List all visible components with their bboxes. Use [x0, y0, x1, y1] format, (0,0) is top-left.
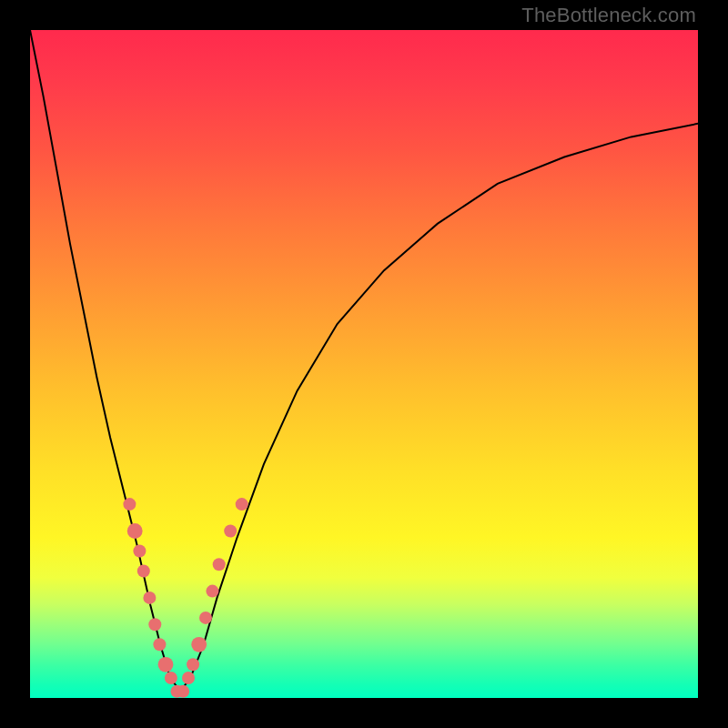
curve-marker: [133, 545, 146, 558]
curve-marker: [191, 637, 207, 652]
curve-svg: [30, 30, 698, 698]
curve-marker: [236, 498, 248, 511]
curve-marker: [199, 612, 212, 624]
curve-markers: [123, 498, 248, 698]
bottleneck-curve: [30, 30, 698, 692]
curve-marker: [182, 672, 195, 684]
curve-marker: [224, 525, 237, 538]
curve-marker: [123, 498, 136, 511]
curve-marker: [213, 558, 226, 571]
curve-marker: [148, 618, 161, 631]
curve-marker: [153, 638, 166, 651]
curve-marker: [165, 672, 177, 684]
curve-marker: [187, 658, 199, 671]
curve-marker: [137, 565, 150, 578]
plot-area: [30, 30, 698, 698]
curve-marker: [127, 523, 143, 539]
curve-marker: [177, 685, 189, 698]
curve-marker: [206, 585, 218, 598]
curve-marker: [158, 657, 174, 672]
curve-marker: [143, 592, 156, 604]
chart-frame: TheBottleneck.com: [0, 0, 728, 728]
watermark-text: TheBottleneck.com: [521, 4, 696, 27]
